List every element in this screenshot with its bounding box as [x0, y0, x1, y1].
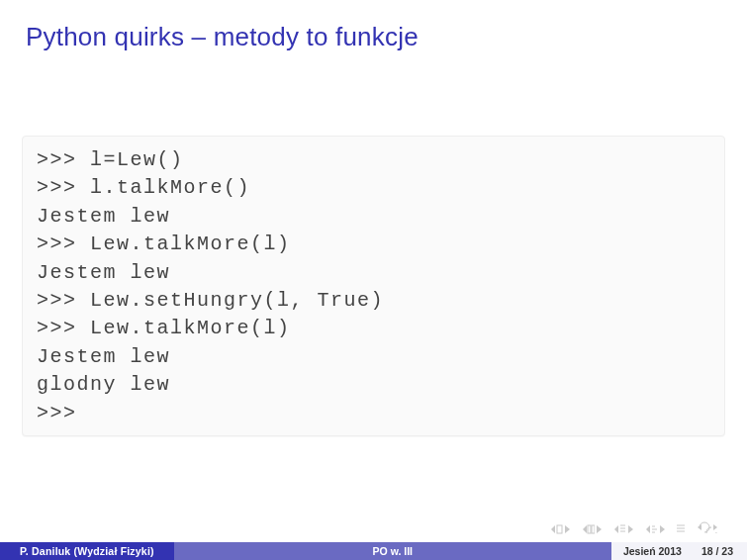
code-line: Jestem lew [37, 203, 712, 231]
slide-title: Python quirks – metody to funkcje [0, 0, 747, 52]
svg-marker-7 [614, 525, 618, 533]
code-line: Jestem lew [37, 259, 712, 287]
nav-undo[interactable] [696, 521, 719, 536]
svg-marker-11 [628, 525, 633, 533]
svg-rect-5 [592, 525, 595, 533]
svg-marker-21 [713, 524, 717, 530]
code-line: >>> l=Lew() [37, 146, 712, 174]
svg-marker-6 [597, 525, 602, 533]
svg-marker-16 [660, 525, 665, 533]
svg-rect-1 [557, 525, 562, 533]
nav-controls [549, 521, 719, 536]
code-line: Jestem lew [37, 343, 712, 371]
svg-rect-4 [588, 525, 591, 533]
svg-marker-3 [583, 525, 587, 533]
footer-page: 18 / 23 [694, 542, 747, 560]
chevron-right-icon [565, 524, 571, 534]
undo-icon [696, 521, 719, 533]
svg-marker-12 [646, 525, 650, 533]
first-slide-icon [549, 524, 563, 534]
chevron-right-icon [660, 524, 666, 534]
next-slide-icon [612, 524, 626, 534]
nav-last[interactable] [644, 524, 666, 534]
chevron-right-icon [628, 524, 634, 534]
code-line: >>> Lew.setHungry(l, True) [37, 287, 712, 315]
code-line: >>> Lew.talkMore(l) [37, 315, 712, 342]
chevron-right-icon [597, 524, 603, 534]
footer-author: P. Daniluk (Wydział Fizyki) [0, 542, 174, 560]
code-line: >>> [37, 400, 712, 427]
prev-slide-icon [581, 524, 595, 534]
footer-date: Jesień 2013 [611, 542, 694, 560]
footer: P. Daniluk (Wydział Fizyki) PO w. III Je… [0, 542, 747, 560]
code-line: glodny lew [37, 371, 712, 399]
nav-next[interactable] [612, 524, 634, 534]
code-block: >>> l=Lew() >>> l.talkMore() Jestem lew … [22, 136, 725, 436]
footer-title: PO w. III [174, 542, 611, 560]
nav-prev[interactable] [581, 524, 603, 534]
code-line: >>> l.talkMore() [37, 174, 712, 202]
code-line: >>> Lew.talkMore(l) [37, 231, 712, 258]
svg-marker-2 [565, 525, 570, 533]
mode-icon [676, 523, 686, 533]
nav-first[interactable] [549, 524, 571, 534]
svg-marker-0 [551, 525, 555, 533]
nav-mode[interactable] [676, 522, 686, 536]
last-slide-icon [644, 524, 658, 534]
